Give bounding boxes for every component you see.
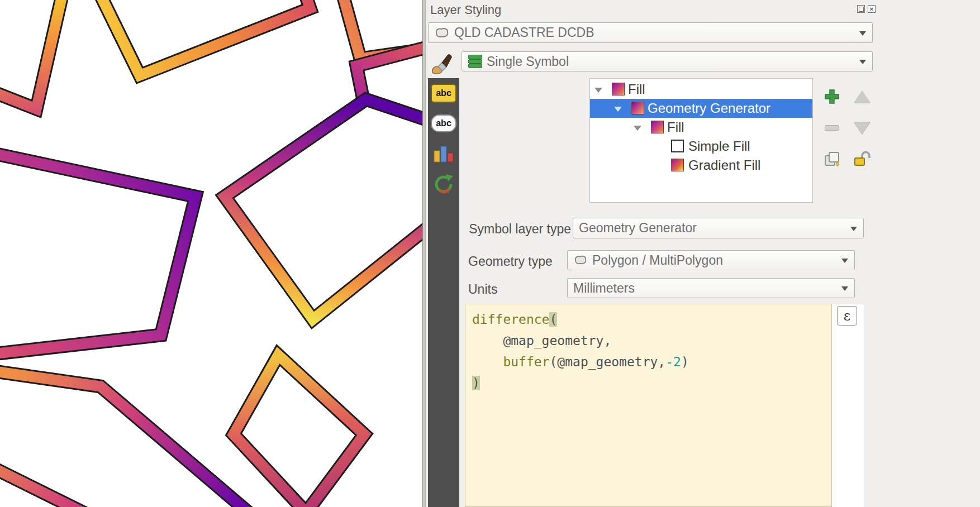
history-arrow-icon xyxy=(432,173,455,195)
diagram-icon xyxy=(432,143,455,164)
styling-tab-strip: abc abc xyxy=(428,78,459,507)
close-panel-icon[interactable]: ✕ xyxy=(868,5,876,13)
tree-label: Fill xyxy=(667,119,684,135)
add-symbol-layer-button[interactable] xyxy=(822,87,841,106)
tree-label: Fill xyxy=(628,82,645,97)
duplicate-icon xyxy=(823,150,841,168)
units-value: Millimeters xyxy=(573,281,635,296)
move-down-button[interactable] xyxy=(853,118,871,137)
tab-masks[interactable]: abc xyxy=(428,108,459,138)
geometry-type-selector[interactable]: Polygon / MultiPolygon xyxy=(567,250,855,270)
qgis-window: Layer Styling ✕ QLD CADASTRE DCDB Single… xyxy=(0,0,980,507)
fill-symbol-icon xyxy=(651,121,664,133)
polygon-geometry-icon xyxy=(573,255,588,266)
units-label: Units xyxy=(468,282,497,297)
renderer-selector[interactable]: Single Symbol xyxy=(462,51,873,71)
simple-fill-icon xyxy=(671,140,684,152)
tree-row-fill-root[interactable]: Fill xyxy=(590,80,812,99)
tab-labels[interactable]: abc xyxy=(428,78,459,108)
gradient-fill-icon xyxy=(671,159,684,171)
expression-line: @map_geometry, xyxy=(472,330,831,351)
geometry-type-value: Polygon / MultiPolygon xyxy=(592,253,723,268)
geometry-type-label: Geometry type xyxy=(468,254,553,269)
chevron-down-icon xyxy=(850,227,857,231)
panel-title: Layer Styling xyxy=(430,3,501,17)
chevron-down-icon xyxy=(859,31,866,36)
units-selector[interactable]: Millimeters xyxy=(567,278,855,298)
expression-editor[interactable]: difference( @map_geometry, buffer(@map_g… xyxy=(465,304,832,507)
close-glyph: ✕ xyxy=(869,6,874,12)
geometry-generator-symbol-icon xyxy=(631,102,644,114)
open-padlock-icon xyxy=(853,150,871,168)
float-glyph xyxy=(859,7,864,12)
polygon-layer-icon xyxy=(434,27,450,39)
symbol-tree: Fill Geometry Generator Fill Simple Fill… xyxy=(589,78,813,203)
remove-symbol-layer-button[interactable] xyxy=(822,118,841,137)
up-arrow-icon xyxy=(854,90,870,103)
cadastre-map xyxy=(0,0,422,507)
minus-icon xyxy=(825,125,839,131)
tree-row-fill-inner[interactable]: Fill xyxy=(590,118,812,137)
tree-label: Gradient Fill xyxy=(688,157,760,173)
tree-label: Simple Fill xyxy=(688,138,750,154)
detach-panel-icon[interactable] xyxy=(857,5,865,13)
tree-row-simple-fill[interactable]: Simple Fill xyxy=(590,137,812,156)
duplicate-symbol-layer-button[interactable] xyxy=(822,150,841,168)
tree-row-gradient-fill[interactable]: Gradient Fill xyxy=(590,156,812,175)
masks-abc-icon: abc xyxy=(431,114,456,132)
expression-side-gutter xyxy=(832,304,864,507)
expression-builder-button[interactable]: ε xyxy=(837,306,857,326)
tree-row-geometry-generator[interactable]: Geometry Generator xyxy=(590,99,812,118)
layer-styling-panel: Layer Styling ✕ QLD CADASTRE DCDB Single… xyxy=(426,0,980,507)
tab-diagrams[interactable] xyxy=(428,138,459,169)
expression-line: buffer(@map_geometry,-2) xyxy=(472,351,831,372)
expand-arrow-icon[interactable] xyxy=(594,88,602,93)
expand-arrow-icon[interactable] xyxy=(634,126,641,131)
symbol-layer-type-label: Symbol layer type xyxy=(456,222,571,237)
single-symbol-icon xyxy=(468,54,482,69)
chevron-down-icon xyxy=(841,286,848,291)
expression-line: ) xyxy=(472,372,831,394)
symbol-layer-type-value: Geometry Generator xyxy=(579,221,697,236)
plus-icon xyxy=(824,88,840,105)
renderer-selector-value: Single Symbol xyxy=(487,54,569,69)
symbol-layer-type-selector[interactable]: Geometry Generator xyxy=(573,218,864,238)
layer-selector[interactable]: QLD CADASTRE DCDB xyxy=(428,22,873,43)
tab-symbology[interactable] xyxy=(427,48,459,77)
fill-symbol-icon xyxy=(612,83,625,95)
map-canvas[interactable] xyxy=(0,0,422,507)
expand-arrow-icon[interactable] xyxy=(614,107,622,112)
layer-selector-value: QLD CADASTRE DCDB xyxy=(454,25,594,40)
paintbrush-icon xyxy=(430,50,456,75)
tab-history[interactable] xyxy=(428,169,459,199)
tree-label: Geometry Generator xyxy=(648,101,770,116)
lock-color-button[interactable] xyxy=(853,150,871,168)
labels-abc-icon: abc xyxy=(431,84,456,103)
chevron-down-icon xyxy=(859,60,866,64)
chevron-down-icon xyxy=(841,259,848,263)
expression-line: difference( xyxy=(472,309,831,330)
down-arrow-icon xyxy=(854,122,870,134)
move-up-button[interactable] xyxy=(853,87,871,106)
